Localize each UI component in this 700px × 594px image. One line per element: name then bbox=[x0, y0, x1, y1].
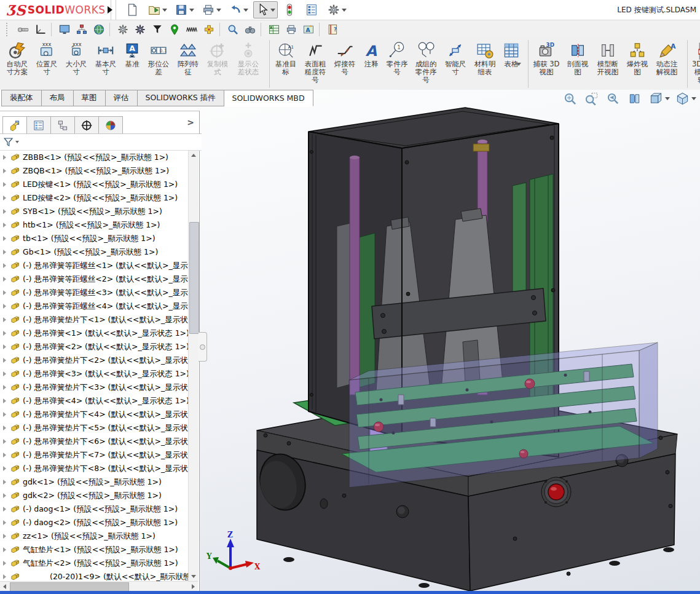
expander-icon[interactable] bbox=[0, 371, 9, 376]
weld-symbol[interactable]: 焊接符 号 bbox=[331, 40, 359, 76]
zoom-to-area[interactable] bbox=[584, 92, 600, 106]
dropdown-caret-icon[interactable] bbox=[243, 9, 248, 12]
expander-icon[interactable] bbox=[0, 263, 9, 268]
tree-row[interactable]: (-) 悬吊弹簧垫片下<7> (默认<<默认>_显示状态 bbox=[0, 448, 188, 462]
tab-sketch[interactable]: 草图 bbox=[74, 90, 106, 106]
expander-icon[interactable] bbox=[0, 317, 9, 322]
dropdown-caret-icon[interactable] bbox=[189, 9, 194, 12]
tree-row[interactable]: (-) 悬吊弹簧垫片下<2> (默认<<默认>_显示状态 bbox=[0, 354, 188, 367]
fitting-tool[interactable] bbox=[200, 23, 218, 36]
surface-finish-symbol[interactable]: 表面粗 糙度符 号 bbox=[301, 40, 329, 84]
expander-icon[interactable] bbox=[0, 236, 9, 241]
expander-icon[interactable] bbox=[0, 277, 9, 282]
expander-icon[interactable] bbox=[0, 385, 9, 390]
expander-icon[interactable] bbox=[0, 561, 9, 566]
tree-row[interactable]: (-) 悬吊弹簧<1> (默认<<默认>_显示状态 1>) bbox=[0, 327, 188, 340]
options[interactable] bbox=[324, 1, 349, 18]
filter-caret-icon[interactable] bbox=[15, 141, 19, 143]
tab-mbd[interactable]: SOLIDWORKS MBD bbox=[224, 90, 313, 106]
expander-icon[interactable] bbox=[0, 534, 9, 539]
expander-icon[interactable] bbox=[0, 493, 9, 498]
print-tool[interactable] bbox=[283, 23, 300, 36]
tree-row[interactable]: ZBBB<1> (預設<<預設>_顯示狀態 1>) bbox=[0, 151, 188, 164]
ribbon-command[interactable] bbox=[683, 40, 688, 88]
tree-row[interactable]: (-) 悬吊弹簧垫片下<4> (默认<<默认>_显示状态 bbox=[0, 408, 188, 421]
auto-dimension-scheme[interactable]: 自动尺 寸方案 bbox=[3, 40, 31, 76]
tree-row[interactable]: (-) 悬吊弹簧<4> (默认<<默认>_显示状态 1>) bbox=[0, 394, 188, 408]
scroll-down-button[interactable] bbox=[189, 572, 198, 581]
tree-row[interactable]: (-) 悬吊弹簧等距螺丝<1> (默认<<默认>_显示状 bbox=[0, 259, 188, 272]
filter-tool[interactable] bbox=[149, 23, 166, 36]
tree-row[interactable]: (-) 悬吊弹簧垫片下<6> (默认<<默认>_显示状态 bbox=[0, 435, 188, 448]
tree-row[interactable]: (-) 悬吊弹簧垫片下<3> (默认<<默认>_显示状态 bbox=[0, 381, 188, 394]
smart-dimension[interactable]: 智能尺 寸 bbox=[441, 40, 470, 76]
expander-icon[interactable] bbox=[0, 412, 9, 417]
tab-addins[interactable]: SOLIDWORKS 插件 bbox=[138, 90, 224, 106]
fastener-tool[interactable] bbox=[15, 23, 32, 36]
spring-tool[interactable] bbox=[183, 23, 200, 36]
stacked-balloon[interactable]: 成组的 零件序 号 bbox=[412, 40, 440, 84]
panel-splitter-handle[interactable] bbox=[199, 332, 207, 362]
tree-row[interactable]: (-) 悬吊弹簧等距螺丝<2> (默认<<默认>_显示状 bbox=[0, 272, 188, 286]
expander-icon[interactable] bbox=[0, 453, 9, 457]
ribbon-command[interactable] bbox=[524, 40, 529, 88]
section-view[interactable]: 剖面视 图 bbox=[564, 40, 592, 76]
horizontal-scroll-thumb[interactable] bbox=[10, 582, 129, 592]
undo[interactable] bbox=[226, 1, 251, 18]
section-view-toggle[interactable] bbox=[627, 92, 643, 106]
quick-toolbar-button[interactable] bbox=[219, 23, 222, 36]
sketch-corner-tool[interactable] bbox=[32, 23, 49, 36]
dynamic-annotation-view[interactable]: 动态注 解视图 bbox=[652, 40, 682, 76]
expander-icon[interactable] bbox=[0, 250, 9, 255]
quick-toolbar-button[interactable] bbox=[319, 23, 322, 36]
dropdown-caret-icon[interactable] bbox=[270, 9, 275, 12]
3d-pdf-template-editor[interactable]: 3D PDF 模板编 辑器 bbox=[690, 40, 700, 84]
expander-icon[interactable] bbox=[0, 223, 9, 228]
menu-expand-button[interactable] bbox=[104, 0, 116, 20]
panel-flyout-chevron[interactable]: > bbox=[187, 117, 194, 127]
tree-row[interactable]: (-) daog<1> (預設<<預設>_顯示狀態 1>) bbox=[0, 502, 188, 516]
expander-icon[interactable] bbox=[0, 547, 9, 552]
tree-horizontal-scrollbar[interactable] bbox=[0, 581, 198, 592]
quick-toolbar-button[interactable] bbox=[261, 23, 264, 36]
expander-icon[interactable] bbox=[0, 466, 9, 471]
tree-row[interactable]: tb<1> (預設<<預設>_顯示狀態 1>) bbox=[0, 232, 188, 245]
tree-row[interactable]: LED按键<1> (預設<<預設>_顯示狀態 1>) bbox=[0, 178, 188, 191]
zoom-to-fit[interactable] bbox=[563, 92, 579, 106]
annotation-image-tool[interactable] bbox=[300, 23, 317, 36]
show-tolerance-status[interactable]: 显示公 差状态 bbox=[233, 40, 264, 76]
view-orientation[interactable] bbox=[649, 92, 670, 106]
excel-export-tool[interactable] bbox=[265, 23, 283, 36]
expander-icon[interactable] bbox=[0, 209, 9, 214]
expander-icon[interactable] bbox=[0, 507, 9, 512]
datum-target[interactable]: 基准目 标 bbox=[272, 40, 300, 76]
expander-icon[interactable] bbox=[0, 439, 9, 444]
tab-evaluate[interactable]: 评估 bbox=[106, 90, 138, 106]
expander-icon[interactable] bbox=[0, 426, 9, 430]
note[interactable]: 注释 bbox=[360, 40, 382, 68]
datum[interactable]: 基准 bbox=[121, 40, 143, 68]
expander-icon[interactable] bbox=[0, 168, 9, 173]
propertymanager-tab[interactable] bbox=[26, 116, 51, 134]
bill-of-materials[interactable]: 材料明 细表 bbox=[471, 40, 499, 76]
expander-icon[interactable] bbox=[0, 304, 9, 309]
dropdown-caret-icon[interactable] bbox=[342, 9, 347, 12]
model-break-view[interactable]: 模型断 开视图 bbox=[593, 40, 623, 76]
balloon[interactable]: 零件序 号 bbox=[383, 40, 411, 76]
tree-row[interactable]: LED按键<2> (預設<<預設>_顯示狀態 1>) bbox=[0, 191, 188, 205]
quick-toolbar-button[interactable] bbox=[109, 23, 112, 36]
open[interactable] bbox=[145, 1, 170, 18]
scroll-right-button[interactable] bbox=[189, 582, 198, 591]
display-style[interactable] bbox=[675, 92, 696, 106]
dropdown-caret-icon[interactable] bbox=[162, 9, 167, 12]
dropdown-caret-icon[interactable] bbox=[665, 97, 670, 100]
tab-layout[interactable]: 布局 bbox=[42, 90, 74, 106]
tree-row[interactable]: SYB<1> (預設<<預設>_顯示狀態 1>) bbox=[0, 205, 188, 218]
capture-3d-view[interactable]: 捕获 3D 视图 bbox=[530, 40, 562, 76]
toolbar-grip-handle[interactable] bbox=[6, 23, 10, 36]
screen-tool[interactable] bbox=[56, 23, 73, 36]
machine-settings-tool[interactable] bbox=[132, 23, 149, 36]
expander-icon[interactable] bbox=[0, 331, 9, 336]
print[interactable] bbox=[199, 1, 224, 18]
tree-row[interactable]: 气缸垫片<1> (預設<<預設>_顯示狀態 1>) bbox=[0, 543, 188, 556]
